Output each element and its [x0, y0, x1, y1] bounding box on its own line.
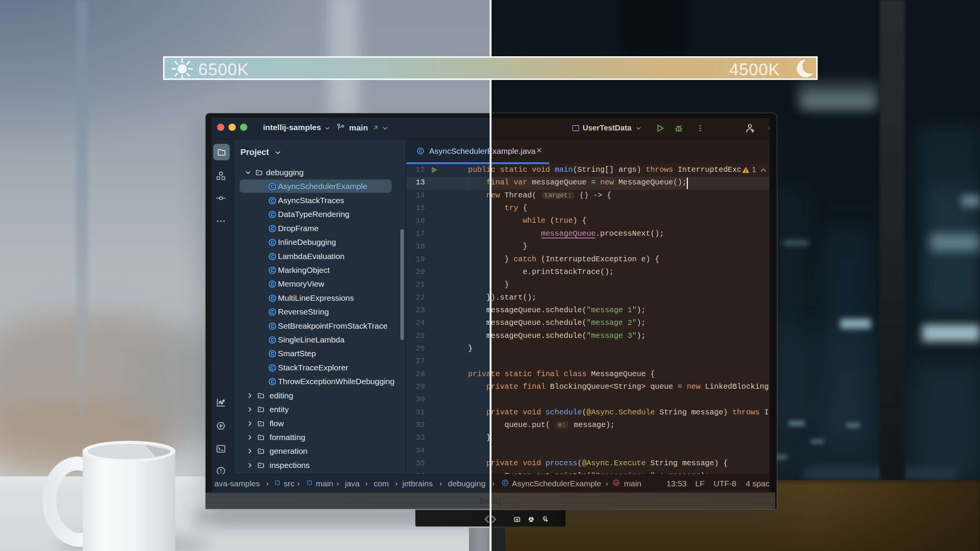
svg-text:C: C — [271, 212, 274, 217]
svg-text:C: C — [271, 310, 274, 315]
svg-text:C: C — [271, 226, 274, 231]
svg-text:C: C — [271, 184, 274, 189]
svg-text:C: C — [271, 379, 274, 385]
svg-text:C: C — [271, 351, 274, 357]
svg-text:C: C — [271, 365, 274, 371]
svg-text:C: C — [271, 240, 274, 245]
svg-text:C: C — [504, 481, 507, 485]
svg-text:C: C — [271, 282, 274, 287]
svg-text:C: C — [271, 254, 274, 259]
svg-text:C: C — [271, 296, 274, 301]
svg-text:C: C — [271, 268, 274, 273]
svg-text:C: C — [419, 148, 422, 154]
svg-text:C: C — [271, 198, 274, 204]
svg-text:m: m — [614, 481, 617, 485]
svg-text:C: C — [271, 324, 274, 329]
svg-text:C: C — [271, 337, 274, 343]
